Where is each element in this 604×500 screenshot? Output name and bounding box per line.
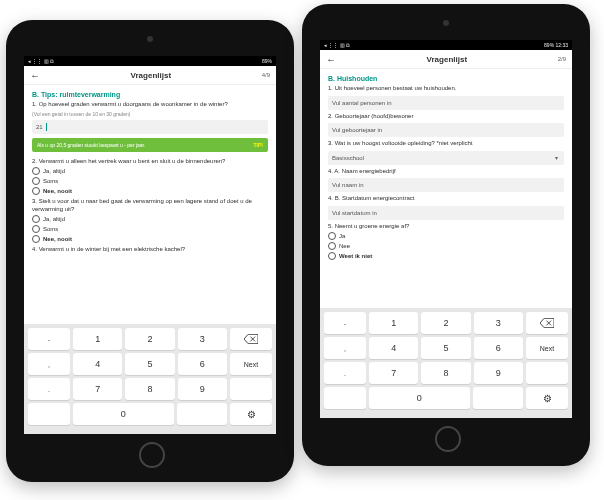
radio-icon [328, 232, 336, 240]
page-title: Vragenlijst [427, 55, 467, 64]
key-1[interactable]: 1 [369, 312, 418, 334]
key-blank2[interactable] [324, 387, 366, 409]
key-8[interactable]: 8 [421, 362, 470, 384]
section-title: B. Tips: ruimteverwarming [32, 91, 268, 98]
key-next[interactable]: Next [526, 337, 568, 359]
radio-q2-b[interactable]: Soms [32, 177, 268, 185]
question-2: 2. Geboortejaar (hoofd)bewoner [328, 113, 564, 121]
key-comma[interactable]: , [28, 353, 70, 375]
home-button[interactable] [139, 442, 165, 468]
radio-q5-c[interactable]: Weet ik niet [328, 252, 564, 260]
statusbar: ◂ ⋮⋮ ▥ ⧉ 89% 12:33 [320, 40, 572, 50]
key-backspace[interactable] [526, 312, 568, 334]
status-battery-time: 89% 12:33 [544, 42, 568, 48]
appbar: ← Vragenlijst 4/9 [24, 66, 276, 85]
form-content: B. Tips: ruimteverwarming 1. Op hoeveel … [24, 85, 276, 341]
key-blank2[interactable] [28, 403, 70, 425]
key-dash[interactable]: - [28, 328, 70, 350]
radio-icon [32, 235, 40, 243]
question-2: 2. Verwarmt u alleen het vertrek waar u … [32, 158, 268, 166]
radio-icon [328, 242, 336, 250]
key-0[interactable]: 0 [369, 387, 470, 409]
screen-right: ◂ ⋮⋮ ▥ ⧉ 89% 12:33 ← Vragenlijst 2/9 B. … [320, 40, 572, 418]
key-settings[interactable]: ⚙ [526, 387, 568, 409]
radio-q2-a[interactable]: Ja, altijd [32, 167, 268, 175]
key-2[interactable]: 2 [125, 328, 174, 350]
key-9[interactable]: 9 [474, 362, 523, 384]
question-1: 1. Op hoeveel graden verwarmt u doorgaan… [32, 101, 268, 109]
key-blank3[interactable] [473, 387, 523, 409]
key-0[interactable]: 0 [73, 403, 174, 425]
camera-icon [147, 36, 153, 42]
key-dot[interactable]: . [28, 378, 70, 400]
education-select[interactable]: Basisschool [328, 151, 564, 165]
appbar: ← Vragenlijst 2/9 [320, 50, 572, 69]
status-left-icons: ◂ ⋮⋮ ▥ ⧉ [28, 58, 54, 65]
placeholder: Vul startdatum in [332, 210, 377, 216]
question-1: 1. Uit hoeveel personen bestaat uw huish… [328, 85, 564, 93]
key-9[interactable]: 9 [178, 378, 227, 400]
key-5[interactable]: 5 [125, 353, 174, 375]
startdate-input[interactable]: Vul startdatum in [328, 206, 564, 220]
key-blank3[interactable] [177, 403, 227, 425]
radio-q5-a[interactable]: Ja [328, 232, 564, 240]
backspace-icon [244, 334, 258, 344]
radio-icon [32, 225, 40, 233]
radio-q5-b[interactable]: Nee [328, 242, 564, 250]
radio-icon [32, 177, 40, 185]
tip-tag: TIP! [254, 142, 263, 148]
question-4b: 4. B. Startdatum energiecontract [328, 195, 564, 203]
persons-input[interactable]: Vul aantal personen in [328, 96, 564, 110]
key-settings[interactable]: ⚙ [230, 403, 272, 425]
radio-q3-b[interactable]: Soms [32, 225, 268, 233]
key-blank[interactable] [230, 378, 272, 400]
radio-icon [32, 167, 40, 175]
key-3[interactable]: 3 [178, 328, 227, 350]
key-2[interactable]: 2 [421, 312, 470, 334]
tip-text: Als u op 20,5 graden stookt bespaart u -… [37, 142, 145, 148]
key-5[interactable]: 5 [421, 337, 470, 359]
key-comma[interactable]: , [324, 337, 366, 359]
temperature-input[interactable]: 21 [32, 120, 268, 134]
back-icon[interactable]: ← [30, 70, 40, 81]
status-left-icons: ◂ ⋮⋮ ▥ ⧉ [324, 42, 350, 49]
camera-icon [443, 20, 449, 26]
key-dash[interactable]: - [324, 312, 366, 334]
key-4[interactable]: 4 [73, 353, 122, 375]
key-dot[interactable]: . [324, 362, 366, 384]
key-backspace[interactable] [230, 328, 272, 350]
birthyear-input[interactable]: Vul geboortejaar in [328, 123, 564, 137]
numeric-keyboard: - 1 2 3 , 4 5 6 Next . 7 8 9 [24, 324, 276, 434]
key-next[interactable]: Next [230, 353, 272, 375]
radio-q3-a[interactable]: Ja, altijd [32, 215, 268, 223]
key-7[interactable]: 7 [73, 378, 122, 400]
key-6[interactable]: 6 [178, 353, 227, 375]
radio-icon [32, 215, 40, 223]
company-input[interactable]: Vul naam in [328, 178, 564, 192]
key-3[interactable]: 3 [474, 312, 523, 334]
key-4[interactable]: 4 [369, 337, 418, 359]
radio-icon [32, 187, 40, 195]
key-6[interactable]: 6 [474, 337, 523, 359]
temperature-value: 21 [36, 124, 43, 130]
tablet-left: ◂ ⋮⋮ ▥ ⧉ 89% ← Vragenlijst 4/9 B. Tips: … [6, 20, 294, 482]
tablet-right: ◂ ⋮⋮ ▥ ⧉ 89% 12:33 ← Vragenlijst 2/9 B. … [302, 4, 590, 466]
key-8[interactable]: 8 [125, 378, 174, 400]
progress-indicator: 2/9 [558, 56, 566, 62]
section-title: B. Huishouden [328, 75, 564, 82]
key-1[interactable]: 1 [73, 328, 122, 350]
back-icon[interactable]: ← [326, 54, 336, 65]
question-1-hint: (Vul een getal in tussen de 10 en 30 gra… [32, 111, 268, 117]
status-battery: 89% [262, 58, 272, 64]
question-3: 3. Wat is uw hoogst voltooide opleiding?… [328, 140, 564, 148]
numeric-keyboard: - 1 2 3 , 4 5 6 Next . 7 8 9 [320, 308, 572, 418]
placeholder: Vul geboortejaar in [332, 127, 382, 133]
radio-q3-c[interactable]: Nee, nooit [32, 235, 268, 243]
screen-left: ◂ ⋮⋮ ▥ ⧉ 89% ← Vragenlijst 4/9 B. Tips: … [24, 56, 276, 434]
option-selected: Basisschool [332, 155, 364, 161]
backspace-icon [540, 318, 554, 328]
key-7[interactable]: 7 [369, 362, 418, 384]
radio-q2-c[interactable]: Nee, nooit [32, 187, 268, 195]
key-blank[interactable] [526, 362, 568, 384]
home-button[interactable] [435, 426, 461, 452]
